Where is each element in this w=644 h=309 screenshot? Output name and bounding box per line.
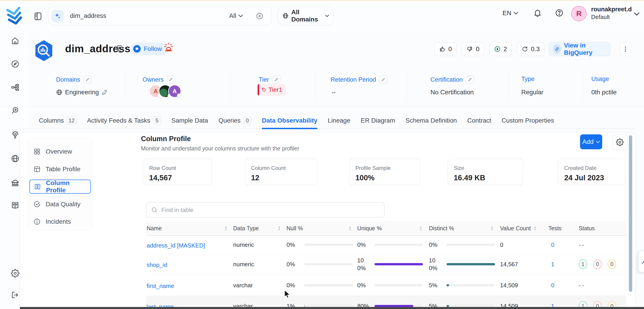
column-link[interactable]: shop_id xyxy=(147,261,167,268)
tab-columns[interactable]: Columns12 xyxy=(39,112,76,129)
ai-sparkle-icon[interactable] xyxy=(52,10,64,22)
search-clear-icon[interactable] xyxy=(256,12,264,20)
tab-er-diagram[interactable]: ER Diagram xyxy=(361,112,395,129)
logout-icon[interactable] xyxy=(11,291,20,299)
column-header-distinct-pct[interactable]: Distinct % xyxy=(429,225,454,231)
owner-avatars[interactable]: A A xyxy=(149,85,181,98)
column-header-tests[interactable]: Tests xyxy=(548,225,562,231)
app-logo-icon[interactable] xyxy=(6,6,24,26)
edit-retention-icon[interactable] xyxy=(379,76,387,84)
cell-unique-pct: 0% xyxy=(357,281,371,289)
tier-label-row: Tier xyxy=(259,76,280,84)
insights-bulb-icon[interactable] xyxy=(11,130,20,139)
column-header-data-type[interactable]: Data Type xyxy=(233,225,259,231)
sort-icon[interactable] xyxy=(490,226,494,231)
search-input[interactable] xyxy=(70,7,228,25)
add-button[interactable]: Add xyxy=(580,134,602,149)
vertical-scrollbar[interactable] xyxy=(629,135,632,292)
copy-icon[interactable] xyxy=(116,44,125,53)
downvote-button[interactable]: 0 xyxy=(462,42,484,56)
glossary-book-icon[interactable] xyxy=(11,201,20,210)
domains-filter-dropdown[interactable]: All Domains xyxy=(278,6,334,25)
domain-value[interactable]: Engineering xyxy=(56,89,107,96)
tests-link[interactable]: 0 xyxy=(546,282,559,289)
column-link[interactable]: address_id [MASKED] xyxy=(147,242,205,249)
notifications-bell-icon[interactable] xyxy=(533,9,542,17)
explore-compass-icon[interactable] xyxy=(11,60,20,68)
version-button[interactable]: 0.3 xyxy=(517,42,544,56)
tab-contract[interactable]: Contract xyxy=(467,112,491,129)
tab-count-badge: 5 xyxy=(153,116,161,125)
avatar-initial: R xyxy=(576,10,582,18)
cell-distinct-pct: 100% xyxy=(429,256,442,272)
user-avatar[interactable]: R xyxy=(571,6,586,21)
search-scope-dropdown[interactable]: All xyxy=(229,12,243,20)
edit-owners-icon[interactable] xyxy=(167,76,175,84)
user-menu[interactable]: rounakpreet.d Default xyxy=(591,6,632,21)
cell-unique-pct: 100% xyxy=(357,256,371,272)
collapsed-side-widget[interactable] xyxy=(638,251,644,272)
more-options-kebab-icon[interactable] xyxy=(620,42,631,56)
sidebar-toggle-icon[interactable] xyxy=(34,11,42,21)
edit-certification-icon[interactable] xyxy=(466,76,474,84)
language-dropdown[interactable]: EN xyxy=(502,10,518,17)
tab-custom-properties[interactable]: Custom Properties xyxy=(502,112,554,129)
owner-avatar[interactable]: A xyxy=(168,85,181,98)
settings-gear-icon[interactable] xyxy=(11,269,20,277)
edit-tier-icon[interactable] xyxy=(272,76,280,84)
find-in-table-search[interactable] xyxy=(146,202,384,218)
profiler-settings-gear-icon[interactable] xyxy=(612,134,628,150)
usage-label-row: Usage xyxy=(591,76,609,83)
sort-icon[interactable] xyxy=(534,226,536,231)
sidebar-item-incidents[interactable]: Incidents xyxy=(30,215,91,229)
tab-queries[interactable]: Queries0 xyxy=(218,112,252,129)
tests-link[interactable]: 0 xyxy=(546,241,559,248)
column-link[interactable]: first_name xyxy=(147,282,174,289)
entity-tabs: Columns12 Activity Feeds & Tasks5 Sample… xyxy=(20,112,636,129)
sidebar-item-column-profile[interactable]: Column Profile xyxy=(30,180,91,194)
help-icon[interactable] xyxy=(555,9,564,17)
status-badge-failed[interactable]: 0 xyxy=(593,259,602,269)
tab-activity-feeds[interactable]: Activity Feeds & Tasks5 xyxy=(87,112,161,129)
table-row: shop_id numeric 0% 100% 100% 14,567 1 1 … xyxy=(146,254,626,275)
tab-data-observability[interactable]: Data Observability xyxy=(262,112,318,129)
table-row: address_id [MASKED] numeric 0% 0% 0% 0 0… xyxy=(146,236,626,254)
globe-icon xyxy=(56,89,62,96)
column-header-null-pct[interactable]: Null % xyxy=(286,225,303,231)
edit-domains-icon[interactable] xyxy=(84,76,92,84)
domains-globe-icon[interactable] xyxy=(11,154,20,163)
watch-button[interactable]: 2 xyxy=(489,42,512,56)
govern-bank-icon[interactable] xyxy=(11,178,20,187)
status-badge-aborted[interactable]: 0 xyxy=(608,259,616,269)
find-in-table-input[interactable] xyxy=(161,206,380,213)
view-in-bigquery-button[interactable]: View in BigQuery xyxy=(549,42,610,56)
tier-chip[interactable]: Tier1 xyxy=(258,84,286,96)
column-header-unique-pct[interactable]: Unique % xyxy=(357,225,382,231)
upvote-button[interactable]: 0 xyxy=(434,42,457,56)
sidebar-item-table-profile[interactable]: Table Profile xyxy=(30,162,91,176)
tab-schema-definition[interactable]: Schema Definition xyxy=(406,112,457,129)
user-menu-chevron-icon[interactable] xyxy=(634,12,640,16)
column-header-name[interactable]: Name xyxy=(147,225,162,231)
follow-button[interactable]: Follow xyxy=(130,43,167,55)
thumbs-down-icon xyxy=(466,46,473,53)
status-badge-success[interactable]: 1 xyxy=(579,259,587,269)
sort-icon[interactable] xyxy=(224,226,227,231)
sort-icon[interactable] xyxy=(420,226,422,231)
table-row: first_name varchar 0% 0% 5% 14,509 0 -- xyxy=(146,275,626,296)
observability-search-icon[interactable] xyxy=(11,106,20,115)
profile-badge xyxy=(177,93,182,98)
sort-icon[interactable] xyxy=(349,226,352,231)
alert-siren-icon[interactable] xyxy=(163,42,174,53)
column-header-value-count[interactable]: Value Count xyxy=(500,225,531,231)
tab-lineage[interactable]: Lineage xyxy=(328,112,350,129)
home-icon[interactable] xyxy=(11,37,20,45)
global-search-bar[interactable]: All xyxy=(48,6,272,25)
sidebar-item-overview[interactable]: Overview xyxy=(30,145,91,159)
tab-sample-data[interactable]: Sample Data xyxy=(172,112,208,129)
sort-icon[interactable] xyxy=(278,226,281,231)
column-header-status[interactable]: Status xyxy=(579,225,595,231)
sidebar-item-data-quality[interactable]: Data Quality xyxy=(30,197,91,211)
tests-link[interactable]: 1 xyxy=(546,261,559,268)
chart-icon xyxy=(641,257,644,266)
